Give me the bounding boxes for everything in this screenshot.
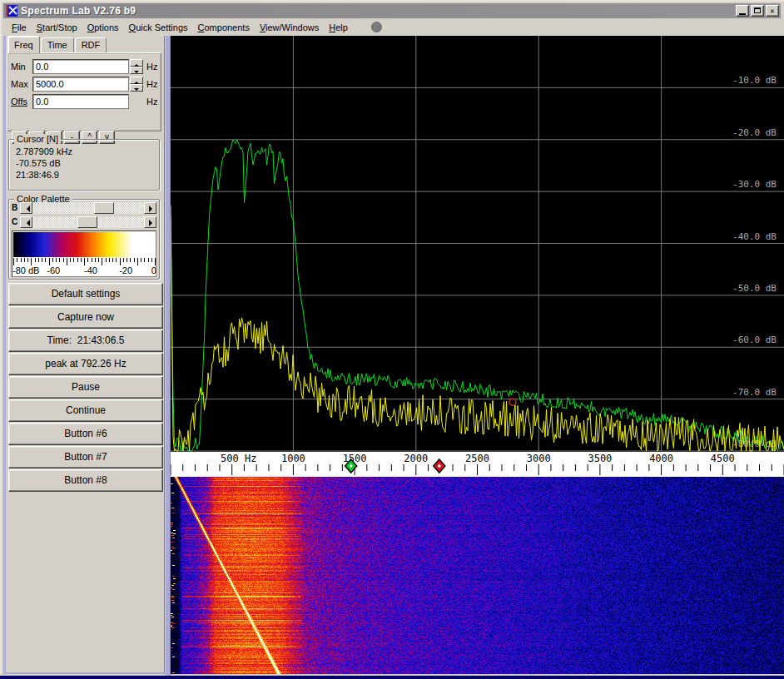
status-led-icon (371, 22, 382, 32)
scroll-right-icon[interactable] (144, 216, 156, 228)
title-bar: Spectrum Lab V2.76 b9 ✕ (3, 3, 781, 18)
waterfall-display[interactable] (171, 477, 784, 674)
menu-bar: FileStart/StopOptionsQuick SettingsCompo… (3, 18, 781, 36)
tab-strip: FreqTimeRDF (7, 37, 107, 53)
menu-components[interactable]: Components (193, 20, 255, 35)
palette-scale-label: -60 (47, 265, 60, 275)
palette-scale-label: -20 (119, 265, 132, 275)
button-7-button[interactable]: Button #7 (8, 446, 163, 468)
spin-up-icon[interactable] (130, 59, 143, 67)
offs-input[interactable] (32, 94, 129, 109)
scroll-right-icon[interactable] (144, 202, 156, 214)
pause-button[interactable]: Pause (8, 376, 163, 399)
palette-display: -80 dB-60-40-200 (12, 230, 156, 277)
min-spinner[interactable] (130, 59, 143, 74)
scroll-left-icon[interactable] (20, 216, 32, 228)
color-palette-box: Color Palette BC -80 dB-60-40-200 (8, 199, 160, 280)
palette-scale-label: -40 (84, 265, 97, 275)
freq-tab-page: MinHzMaxHzOffsHz <>+-^v (7, 52, 161, 131)
freq-ruler-label: 1000 (281, 453, 305, 464)
palette-gradient-bar (13, 232, 155, 257)
slider-row-c: C (12, 216, 156, 228)
maximize-icon (754, 7, 761, 13)
db-axis-label: -40.0 dB (732, 231, 777, 242)
slider-label-c: C (12, 217, 20, 226)
secondary-spectrum-trace (171, 206, 784, 451)
palette-scale-label: -80 dB (12, 265, 39, 275)
cursor-amplitude: -70.575 dB (9, 157, 159, 169)
menu-view-windows[interactable]: View/Windows (255, 20, 324, 35)
slider-thumb-b[interactable] (94, 202, 114, 214)
cursor-marker-icon (509, 399, 516, 405)
max-unit-label: Hz (146, 79, 157, 89)
freq-ruler-label: 2500 (465, 453, 489, 464)
menu-start-stop[interactable]: Start/Stop (32, 20, 82, 35)
max-spinner[interactable] (130, 77, 143, 92)
panel-splitter[interactable] (165, 36, 171, 676)
button-6-button[interactable]: Button #6 (8, 423, 163, 445)
spin-down-icon[interactable] (130, 84, 143, 92)
slider-track-c[interactable] (32, 216, 144, 228)
button-8-button[interactable]: Button #8 (8, 469, 163, 492)
app-window: Spectrum Lab V2.76 b9 ✕ FileStart/StopOp… (0, 0, 784, 676)
close-button[interactable]: ✕ (766, 5, 779, 17)
field-row-offs: OffsHz (11, 93, 157, 109)
min-unit-label: Hz (146, 62, 157, 72)
plot-area: -10.0 dB-20.0 dB-30.0 dB-40.0 dB-50.0 dB… (171, 36, 784, 677)
slider-thumb-c[interactable] (77, 216, 97, 228)
desktop-edge (0, 676, 784, 679)
menu-file[interactable]: File (7, 20, 32, 35)
red-marker[interactable] (434, 459, 445, 473)
time-21-43-06-5-button[interactable]: Time: 21:43:06.5 (8, 330, 163, 352)
default-settings-button[interactable]: Default settings (8, 283, 163, 305)
freq-ruler-label: 1500 (343, 453, 367, 464)
palette-scale-label: 0 (151, 265, 156, 275)
field-label-max: Max (11, 79, 32, 89)
app-icon (6, 5, 17, 17)
scroll-left-icon[interactable] (20, 202, 32, 214)
db-axis-label: -50.0 dB (732, 283, 777, 294)
offs-unit-label: Hz (146, 97, 157, 107)
db-axis-label: -20.0 dB (732, 127, 777, 138)
palette-scale-labels: -80 dB-60-40-200 (12, 265, 156, 277)
db-axis-label: -10.0 dB (732, 75, 777, 86)
menu-options[interactable]: Options (82, 20, 124, 35)
tab-rdf[interactable]: RDF (75, 37, 107, 53)
field-row-max: MaxHz (11, 76, 157, 92)
db-axis-label: -30.0 dB (732, 179, 777, 190)
close-icon: ✕ (770, 7, 774, 15)
freq-ruler-label: 4000 (649, 453, 673, 464)
tab-freq[interactable]: Freq (7, 36, 40, 53)
menu-help[interactable]: Help (324, 20, 353, 35)
field-row-min: MinHz (11, 58, 157, 74)
db-axis-label: -70.0 dB (732, 387, 777, 398)
peak-at-792-26-hz-button[interactable]: peak at 792.26 Hz (8, 353, 163, 375)
palette-tick-ruler (13, 258, 155, 265)
minimize-button[interactable] (736, 5, 749, 17)
spectrum-graph[interactable]: -10.0 dB-20.0 dB-30.0 dB-40.0 dB-50.0 dB… (171, 36, 784, 452)
field-label-offs: Offs (11, 97, 32, 107)
spin-down-icon[interactable] (130, 67, 143, 74)
min-input[interactable] (32, 59, 129, 74)
slider-label-b: B (12, 203, 20, 212)
cursor-readout-box: Cursor [N] 2.787909 kHz-70.575 dB21:38:4… (8, 139, 160, 191)
capture-now-button[interactable]: Capture now (8, 306, 163, 329)
frequency-ruler[interactable]: 500 Hz10001500200025003000350040004500 (171, 452, 784, 477)
menu-quick-settings[interactable]: Quick Settings (124, 20, 193, 35)
window-title: Spectrum Lab V2.76 b9 (21, 5, 734, 17)
continue-button[interactable]: Continue (8, 399, 163, 422)
cursor-box-title: Cursor [N] (14, 134, 61, 144)
freq-ruler-label: 2000 (404, 453, 428, 464)
cursor-time: 21:38:46.9 (9, 169, 159, 181)
freq-ruler-label: 3500 (588, 453, 612, 464)
maximize-button[interactable] (751, 5, 764, 17)
control-panel: FreqTimeRDF MinHzMaxHzOffsHz <>+-^v Curs… (3, 36, 165, 674)
slider-row-b: B (12, 201, 156, 214)
tab-time[interactable]: Time (41, 37, 74, 53)
freq-ruler-label: 500 Hz (221, 453, 256, 464)
panel-button-column: Default settingsCapture nowTime: 21:43:0… (8, 283, 163, 493)
db-axis-label: -60.0 dB (732, 335, 777, 345)
spin-up-icon[interactable] (130, 77, 143, 84)
max-input[interactable] (32, 77, 129, 92)
slider-track-b[interactable] (32, 202, 144, 214)
